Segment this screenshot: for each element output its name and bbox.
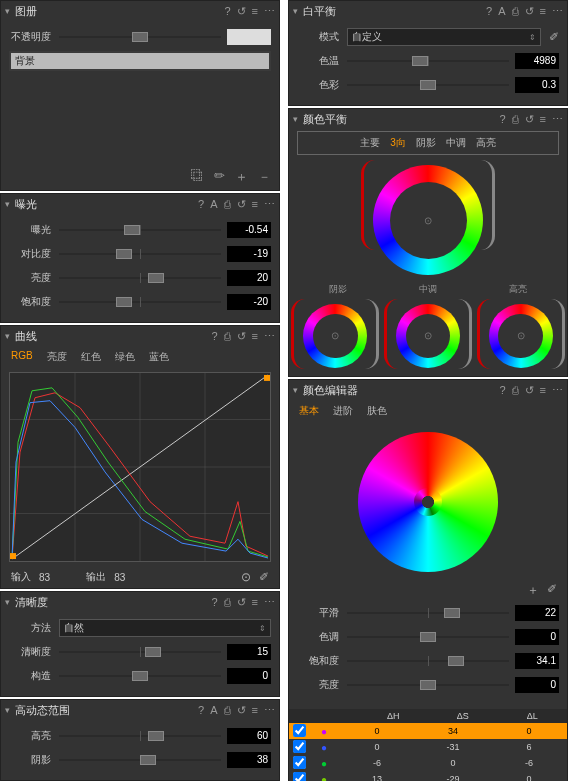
collapse-icon[interactable]: ▾	[5, 6, 15, 16]
slider-value[interactable]: 0.3	[515, 77, 559, 93]
tab-蓝色[interactable]: 蓝色	[149, 350, 169, 364]
reset-icon[interactable]: ↺	[237, 596, 246, 609]
color-editor-wheel[interactable]	[358, 432, 498, 572]
mode-select[interactable]: 自定义	[347, 28, 541, 46]
slider-value[interactable]: 60	[227, 728, 271, 744]
auto-icon[interactable]: A	[498, 5, 505, 17]
table-row[interactable]: ● 0 34 0	[289, 723, 567, 739]
reset-icon[interactable]: ↺	[237, 5, 246, 18]
slider-value[interactable]: -19	[227, 246, 271, 262]
slider[interactable]	[59, 271, 221, 285]
tab-中调[interactable]: 中调	[446, 136, 466, 150]
tab-绿色[interactable]: 绿色	[115, 350, 135, 364]
slider[interactable]	[59, 753, 221, 767]
eyedropper-icon[interactable]: ✐	[547, 582, 557, 599]
more-icon[interactable]: ⋯	[552, 5, 563, 18]
slider-value[interactable]: 4989	[515, 53, 559, 69]
collapse-icon[interactable]: ▾	[5, 331, 15, 341]
eyedropper-icon[interactable]: ✐	[549, 30, 559, 44]
color-wheel-高亮[interactable]: ⊙	[489, 304, 553, 368]
more-icon[interactable]: ⋯	[264, 198, 275, 211]
remove-icon[interactable]: －	[258, 168, 271, 186]
slider-value[interactable]: 15	[227, 644, 271, 660]
row-checkbox[interactable]	[293, 724, 306, 737]
table-row[interactable]: ● 0 -31 6	[289, 739, 567, 755]
more-icon[interactable]: ⋯	[264, 330, 275, 343]
slider[interactable]	[347, 606, 509, 620]
more-icon[interactable]: ⋯	[552, 113, 563, 126]
slider-value[interactable]: 0	[227, 668, 271, 684]
tab-红色[interactable]: 红色	[81, 350, 101, 364]
add-color-icon[interactable]: ＋	[527, 582, 539, 599]
help-icon[interactable]: ?	[211, 596, 217, 608]
point-icon[interactable]: ⊙	[241, 570, 251, 584]
reset-icon[interactable]: ↺	[237, 330, 246, 343]
slider-value[interactable]: -20	[227, 294, 271, 310]
slider[interactable]	[59, 669, 221, 683]
menu-icon[interactable]: ≡	[252, 5, 258, 17]
opacity-value[interactable]	[227, 29, 271, 45]
opacity-slider[interactable]	[59, 30, 221, 44]
preset-icon[interactable]: ⎙	[224, 704, 231, 716]
slider-value[interactable]: 34.1	[515, 653, 559, 669]
curve-editor[interactable]	[9, 372, 271, 562]
slider-value[interactable]: 0	[515, 677, 559, 693]
slider[interactable]	[347, 678, 509, 692]
slider[interactable]	[59, 247, 221, 261]
more-icon[interactable]: ⋯	[552, 384, 563, 397]
collapse-icon[interactable]: ▾	[5, 597, 15, 607]
menu-icon[interactable]: ≡	[540, 5, 546, 17]
layer-item[interactable]: 背景	[11, 53, 269, 69]
table-row[interactable]: ● 13 -29 0	[289, 771, 567, 781]
slider[interactable]	[59, 729, 221, 743]
slider[interactable]	[59, 223, 221, 237]
help-icon[interactable]: ?	[499, 113, 505, 125]
color-wheel-阴影[interactable]: ⊙	[303, 304, 367, 368]
help-icon[interactable]: ?	[224, 5, 230, 17]
slider[interactable]	[59, 645, 221, 659]
preset-icon[interactable]: ⎙	[512, 113, 519, 125]
row-checkbox[interactable]	[293, 756, 306, 769]
menu-icon[interactable]: ≡	[252, 198, 258, 210]
reset-icon[interactable]: ↺	[525, 113, 534, 126]
method-select[interactable]: 自然	[59, 619, 271, 637]
slider-value[interactable]: 38	[227, 752, 271, 768]
preset-icon[interactable]: ⎙	[512, 5, 519, 17]
more-icon[interactable]: ⋯	[264, 596, 275, 609]
row-checkbox[interactable]	[293, 740, 306, 753]
more-icon[interactable]: ⋯	[264, 5, 275, 18]
auto-icon[interactable]: A	[210, 198, 217, 210]
collapse-icon[interactable]: ▾	[293, 114, 303, 124]
collapse-icon[interactable]: ▾	[5, 705, 15, 715]
help-icon[interactable]: ?	[211, 330, 217, 342]
slider-value[interactable]: 20	[227, 270, 271, 286]
collapse-icon[interactable]: ▾	[293, 385, 303, 395]
menu-icon[interactable]: ≡	[540, 113, 546, 125]
eyedropper-icon[interactable]: ✐	[259, 570, 269, 584]
collapse-icon[interactable]: ▾	[5, 199, 15, 209]
help-icon[interactable]: ?	[198, 704, 204, 716]
tab-3向[interactable]: 3向	[390, 136, 406, 150]
color-wheel-中调[interactable]: ⊙	[396, 304, 460, 368]
more-icon[interactable]: ⋯	[264, 704, 275, 717]
tab-高亮[interactable]: 高亮	[476, 136, 496, 150]
slider[interactable]	[347, 54, 509, 68]
slider-value[interactable]: 0	[515, 629, 559, 645]
menu-icon[interactable]: ≡	[252, 596, 258, 608]
tab-进阶[interactable]: 进阶	[333, 404, 353, 418]
slider[interactable]	[347, 78, 509, 92]
menu-icon[interactable]: ≡	[540, 384, 546, 396]
slider-value[interactable]: 22	[515, 605, 559, 621]
tab-基本[interactable]: 基本	[299, 404, 319, 418]
table-row[interactable]: ● -6 0 -6	[289, 755, 567, 771]
preset-icon[interactable]: ⎙	[512, 384, 519, 396]
slider[interactable]	[347, 654, 509, 668]
help-icon[interactable]: ?	[486, 5, 492, 17]
help-icon[interactable]: ?	[499, 384, 505, 396]
reset-icon[interactable]: ↺	[237, 704, 246, 717]
slider[interactable]	[59, 295, 221, 309]
slider[interactable]	[347, 630, 509, 644]
add-icon[interactable]: ＋	[235, 168, 248, 186]
auto-icon[interactable]: A	[210, 704, 217, 716]
preset-icon[interactable]: ⎙	[224, 596, 231, 608]
